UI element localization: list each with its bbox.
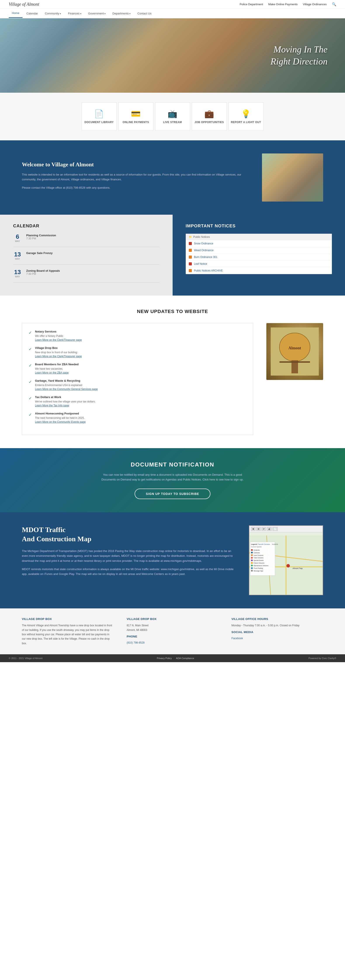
notice-item-burn[interactable]: Burn Ordinance 301 xyxy=(186,254,332,261)
footer-col1-text: The Almont Village and Almont Township h… xyxy=(22,623,114,646)
tile-document-library[interactable]: 📄 Document Library xyxy=(82,102,117,131)
mdot-text: MDOT Traffic And Construction Map The Mi… xyxy=(22,525,236,580)
icon-tiles: 📄 Document Library 💳 Online Payments 📺 L… xyxy=(0,93,345,140)
notary-link[interactable]: Learn More on the Clerk/Treasurer page xyxy=(35,339,82,342)
event-title: Garage Sale Frenzy xyxy=(26,251,52,255)
doc-notification-section: DOCUMENT NOTIFICATION You can now be not… xyxy=(0,448,345,512)
map-btn[interactable]: ⊕ xyxy=(251,527,255,531)
cal-event-1: 6 May Planning Commission 7:30 PM xyxy=(13,234,159,247)
notice-item-weed[interactable]: Weed Ordinance xyxy=(186,247,332,254)
garbage-link[interactable]: Learn More on the Community General Serv… xyxy=(35,388,98,391)
map-inner: Almont Twp Legend Favorite Cameras Incid… xyxy=(249,532,323,595)
check-icon: ✓ xyxy=(29,363,32,368)
homecoming-link[interactable]: Learn More on the Community Events page xyxy=(35,420,86,423)
tile-label: Report A Light Out xyxy=(231,121,261,124)
svg-text:Favorite Cameras: Favorite Cameras xyxy=(258,543,270,545)
mdot-map[interactable]: ⊕ ⊖ ↩ 🖨 📄 Almont Twp Legend Favori xyxy=(249,525,323,595)
notices-box: 📁 Public Notices Snow Ordinance Weed Ord… xyxy=(186,234,332,274)
mdot-para2: MDOT reminds motorists that state constr… xyxy=(22,567,236,576)
svg-text:Incidents: Incidents xyxy=(254,549,260,551)
event-title: Planning Commission xyxy=(26,234,56,237)
cal-event-3: 13 May Zoning Board of Appeals 7:30 PM xyxy=(13,269,159,282)
new-updates-section: NEW UPDATES TO WEBSITE ✓ Notary Services… xyxy=(0,296,345,448)
document-icon: 📄 xyxy=(94,109,104,118)
map-btn[interactable]: ↩ xyxy=(262,527,266,531)
check-icon: ✓ xyxy=(29,330,32,335)
tile-live-stream[interactable]: 📺 Live Stream xyxy=(155,102,190,131)
site-logo: Village of Almont xyxy=(9,2,39,7)
svg-text:Incidents: Incidents xyxy=(272,543,278,545)
subscribe-button[interactable]: SIGN UP TODAY TO SUBSCRIBE xyxy=(135,488,211,499)
footer-col-1: VILLAGE DROP BOX The Almont Village and … xyxy=(22,617,114,646)
footer-col3-hours-heading: VILLAGE OFFICE HOURS xyxy=(231,617,323,620)
check-icon: ✓ xyxy=(29,380,32,384)
svg-point-26 xyxy=(251,560,253,562)
top-bar-links: Police Department Make Online Payments V… xyxy=(240,2,336,6)
cal-day: 6 xyxy=(13,234,22,240)
map-btn[interactable]: ⊖ xyxy=(256,527,261,531)
bottom-bar: © 2011 - 2021 Village of Almont Privacy … xyxy=(0,654,345,662)
hero-section: Moving In The Right Direction xyxy=(0,18,345,93)
map-toolbar: ⊕ ⊖ ↩ 🖨 📄 xyxy=(249,526,323,532)
event-title: Zoning Board of Appeals xyxy=(26,269,60,272)
svg-text:Almont Twp: Almont Twp xyxy=(293,567,303,570)
footer-col-2: VILLAGE DROP BOX 817 N. Main Street Almo… xyxy=(127,617,218,646)
svg-rect-4 xyxy=(280,361,310,363)
tile-label: Job Opportunities xyxy=(194,121,224,124)
tile-job-opportunities[interactable]: 💼 Job Opportunities xyxy=(192,102,227,131)
police-dept-link[interactable]: Police Department xyxy=(240,3,263,6)
zba-link[interactable]: Learn More on the ZBA page xyxy=(35,371,68,374)
payments-icon: 💳 xyxy=(131,109,141,118)
nav-calendar[interactable]: Calendar xyxy=(23,9,41,18)
dropbox-link[interactable]: Learn More on the Clerk/Treasurer page xyxy=(35,355,82,358)
svg-text:Legend: Legend xyxy=(251,543,257,545)
welcome-para2: Please contact the Village office at (81… xyxy=(22,185,245,190)
tile-report-light[interactable]: 💡 Report A Light Out xyxy=(229,102,264,131)
update-notary: ✓ Notary Services We offer a Notary Publ… xyxy=(29,330,246,342)
svg-text:Message Sign: Message Sign xyxy=(254,570,263,572)
mdot-section: MDOT Traffic And Construction Map The Mi… xyxy=(0,512,345,608)
notice-item-snow[interactable]: Snow Ordinance xyxy=(186,240,332,247)
svg-text:Lane Closures: Lane Closures xyxy=(254,555,264,556)
mdot-title: MDOT Traffic And Construction Map xyxy=(22,525,236,543)
map-btn[interactable]: 🖨 xyxy=(267,527,272,531)
svg-text:Cameras: Cameras xyxy=(254,552,260,554)
notices-folder-label: Public Notices xyxy=(193,235,210,239)
event-time: 7:30 PM xyxy=(26,272,60,275)
nav-departments[interactable]: Departments xyxy=(110,9,134,18)
svg-point-24 xyxy=(251,557,253,559)
notice-item-leaf[interactable]: Leaf Notice xyxy=(186,261,332,267)
svg-point-32 xyxy=(251,567,253,569)
doc-notification-desc: You can now be notified by email any tim… xyxy=(96,473,249,482)
nav-contact[interactable]: Contact Us xyxy=(134,9,154,18)
footer-phone-link[interactable]: (810) 798-8528 xyxy=(127,641,145,644)
update-zba: ✓ Board Members for ZBA Needed We have t… xyxy=(29,363,246,374)
nav-community[interactable]: Community xyxy=(42,9,64,18)
updates-list: ✓ Notary Services We offer a Notary Publ… xyxy=(22,323,253,435)
ada-compliance-link[interactable]: ADA Compliance xyxy=(176,657,194,660)
footer-col2-city: Almont, MI 48003 xyxy=(127,628,218,632)
tax-link[interactable]: Learn More the Tax Info page xyxy=(35,404,69,407)
notice-item-archive[interactable]: Public Notices ARCHIVE xyxy=(186,267,332,274)
update-homecoming: ✓ Almont Homecoming Postponed The next h… xyxy=(29,412,246,423)
notice-icon xyxy=(189,242,192,245)
welcome-image xyxy=(262,153,323,202)
nav-home[interactable]: Home xyxy=(9,9,22,18)
search-icon[interactable]: 🔍 xyxy=(332,2,336,6)
doc-notification-heading: DOCUMENT NOTIFICATION xyxy=(22,461,323,468)
notice-icon xyxy=(189,262,192,266)
nav-finances[interactable]: Finances xyxy=(65,9,84,18)
cal-day: 13 xyxy=(13,269,22,275)
privacy-policy-link[interactable]: Privacy Policy xyxy=(157,657,172,660)
notices-section: IMPORTANT NOTICES 📁 Public Notices Snow … xyxy=(173,215,345,296)
facebook-link[interactable]: Facebook xyxy=(231,637,243,640)
tile-online-payments[interactable]: 💳 Online Payments xyxy=(118,102,153,131)
ordinances-link[interactable]: Village Ordinances xyxy=(303,3,327,6)
nav-government[interactable]: Government xyxy=(85,9,108,18)
check-icon: ✓ xyxy=(29,412,32,417)
map-btn[interactable]: 📄 xyxy=(272,527,278,531)
check-icon: ✓ xyxy=(29,347,32,352)
payments-link[interactable]: Make Online Payments xyxy=(268,3,297,6)
copyright-text: © 2011 - 2021 Village of Almont xyxy=(9,657,43,660)
top-bar: Village of Almont Police Department Make… xyxy=(0,0,345,9)
